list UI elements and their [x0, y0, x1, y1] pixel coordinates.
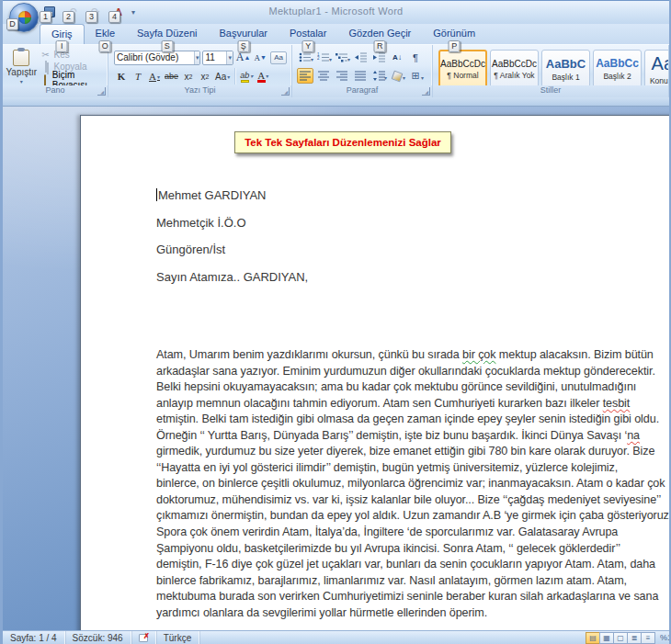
align-center-button[interactable] [315, 68, 332, 84]
spellcheck-red-underline: tesbit [603, 397, 631, 410]
qat-customize-icon[interactable]: ▾ [131, 8, 135, 17]
tab-label: Gözden Geçir [348, 28, 411, 39]
strikethrough-button[interactable]: abe [164, 69, 179, 85]
style-preview: AaBbCc [596, 57, 639, 70]
align-right-button[interactable] [334, 68, 350, 84]
tab-keytip: Y [302, 40, 314, 52]
view-full-screen-reading-button[interactable]: ▦ [599, 632, 614, 644]
qat-save-button[interactable]: 1 [41, 4, 58, 20]
proofing-status[interactable] [131, 631, 156, 644]
text-run: binlerce, on binlerce çeşitli okulumuz, … [156, 477, 665, 490]
decrease-indent-button[interactable] [352, 50, 369, 65]
line-spacing-icon [373, 71, 385, 81]
increase-indent-icon [373, 52, 385, 62]
underline-dropdown-icon[interactable]: ▾ [157, 73, 160, 80]
paste-dropdown-icon[interactable]: ▾ [20, 78, 23, 85]
page-number-indicator[interactable]: Sayfa: 1 / 4 [3, 631, 65, 644]
superscript-button[interactable]: x2 [198, 69, 212, 85]
tab-giriş[interactable]: GirişI [40, 24, 85, 44]
style-başlık1[interactable]: AaBbCBaşlık 1 [541, 50, 590, 88]
text-run: doktorumuz, mühendisimiz vs. var ki, işs… [156, 493, 661, 506]
copy-icon [40, 62, 51, 72]
language-indicator[interactable]: Türkçe [156, 631, 200, 644]
font-dialog-launcher[interactable] [281, 87, 290, 96]
font-name-dropdown-icon[interactable]: ▾ [194, 51, 200, 64]
view-web-layout-button[interactable]: ▢ [613, 632, 628, 644]
qat-redo-button[interactable]: ↷3 [87, 4, 104, 20]
view-outline-button[interactable]: ≣ [627, 632, 642, 644]
qat-undo-button[interactable]: ↶2 [64, 4, 81, 20]
show-paragraph-marks-button[interactable]: ¶ [407, 50, 424, 65]
change-case-button[interactable]: Aa▾ [214, 69, 231, 85]
zoom-level[interactable]: %100 [660, 633, 669, 642]
text-run: ‘‘Hayatta en iyi yol gösterici ilimdir’’… [156, 461, 618, 474]
tab-başvurular[interactable]: BaşvurularŞ [208, 24, 279, 44]
tab-ekle[interactable]: EkleO [85, 24, 126, 44]
format-painter-button[interactable]: Biçim Boyacısı [39, 73, 107, 86]
screentip-text: Tek Tek Sayfaları Düzenlemenizi Sağlar [245, 137, 441, 148]
shading-button[interactable]: ▾ [389, 68, 405, 84]
font-name-value: Calibri (Gövde) [117, 52, 178, 62]
view-print-layout-button[interactable]: ▤ [586, 632, 600, 644]
underline-button[interactable]: A▾ [147, 69, 162, 85]
line-spacing-button[interactable]: ▾ [370, 68, 387, 84]
text-highlight-button[interactable]: ab▾ [239, 69, 254, 85]
qat-font-tool-button[interactable]: A4 [110, 4, 127, 20]
clear-formatting-button[interactable]: Aa [269, 50, 288, 65]
subscript-button[interactable]: x2 [181, 69, 196, 85]
font-size-dropdown-icon[interactable]: ▾ [226, 51, 233, 64]
borders-button[interactable]: ⊞▾ [407, 68, 424, 84]
numbering-button[interactable]: 12 ▾ [315, 50, 332, 65]
justify-button[interactable] [352, 68, 369, 84]
align-left-button[interactable] [297, 68, 313, 84]
tab-görünüm[interactable]: GörünümP [422, 24, 486, 44]
style-normal[interactable]: AaBbCcDc¶ Normal [438, 50, 487, 88]
tab-label: Giriş [51, 28, 73, 40]
style-başlık2[interactable]: AaBbCcBaşlık 2 [593, 50, 642, 88]
body-line: yardımcı olanlara da sevgilerimi yollar … [156, 605, 669, 622]
cut-button[interactable]: ✂ Kes [39, 50, 107, 60]
italic-button[interactable]: T [131, 69, 145, 85]
paragraph-group: ▾ 12 ▾ ▾ A↓ [292, 45, 433, 97]
tab-label: Başvurular [219, 28, 267, 39]
word-count-indicator[interactable]: Sözcük: 946 [65, 631, 131, 644]
text-run: yardımcı olanlara da sevgilerimi yollar … [156, 606, 487, 619]
text-run: etmiştin. Belki tam istediğin gibi olmas… [156, 412, 659, 425]
style-preview: AaBbC [546, 57, 586, 71]
decrease-indent-icon [355, 52, 367, 62]
screentip-callout: Tek Tek Sayfaları Düzenlemenizi Sağlar [234, 131, 451, 153]
styles-group-label: Stiller [433, 85, 668, 97]
tab-gözden-geçir[interactable]: Gözden GeçirR [337, 24, 422, 44]
style-preview: AaBbCcDc [440, 59, 485, 69]
multilevel-list-button[interactable]: ▾ [334, 50, 350, 65]
body-line: anlayıp memnun olacağını tahmin ediyorum… [156, 396, 669, 412]
tab-sayfa-düzeni[interactable]: Sayfa DüzeniS [126, 24, 208, 44]
font-color-button[interactable]: A▾ [256, 69, 270, 85]
tab-postalar[interactable]: PostalarY [279, 24, 337, 44]
body-line: doktorumuz, mühendisimiz vs. var ki, işs… [156, 492, 669, 509]
bullets-icon [299, 52, 312, 62]
ribbon-tabs: GirişIEkleOSayfa DüzeniSBaşvurularŞPosta… [40, 24, 486, 44]
font-name-combo[interactable]: Calibri (Gövde) ▾ [114, 51, 200, 65]
clipboard-dialog-launcher[interactable] [97, 87, 106, 96]
justify-icon [355, 71, 366, 81]
office-button[interactable]: D [9, 3, 39, 32]
paragraph-dialog-launcher[interactable] [422, 87, 430, 96]
shrink-font-button[interactable]: A▼ [253, 50, 267, 65]
tab-keytip: I [56, 40, 68, 52]
style-aralıkyok[interactable]: AaBbCcDc¶ Aralık Yok [490, 50, 539, 88]
style-konubaşl[interactable]: AaBKonu Başl. [644, 50, 669, 88]
document-page[interactable]: Mehmet GARDIYANMehmetçik İ.Ö.OGüngören/İ… [80, 115, 669, 630]
body-line: mektubuma burada son verirken Cumhuriyet… [156, 589, 669, 605]
paste-button[interactable]: Yapıştır ▾ [5, 47, 39, 85]
style-name: Konu Başl. [650, 76, 669, 85]
bold-button[interactable]: K [114, 69, 129, 85]
align-center-icon [318, 71, 329, 81]
sort-button[interactable]: A↓ [389, 50, 405, 65]
view-draft-button[interactable]: ≡ [641, 632, 655, 644]
highlight-color-swatch [241, 80, 249, 83]
font-size-combo[interactable]: 11 ▾ [202, 51, 233, 65]
header-line: Mehmet GARDIYAN [156, 187, 669, 204]
text-run: Atam, Umarım benim yazdıklarımı okursun,… [156, 348, 462, 361]
text-run: binlerce fabrikamız, barajlarımız, liman… [156, 574, 627, 587]
